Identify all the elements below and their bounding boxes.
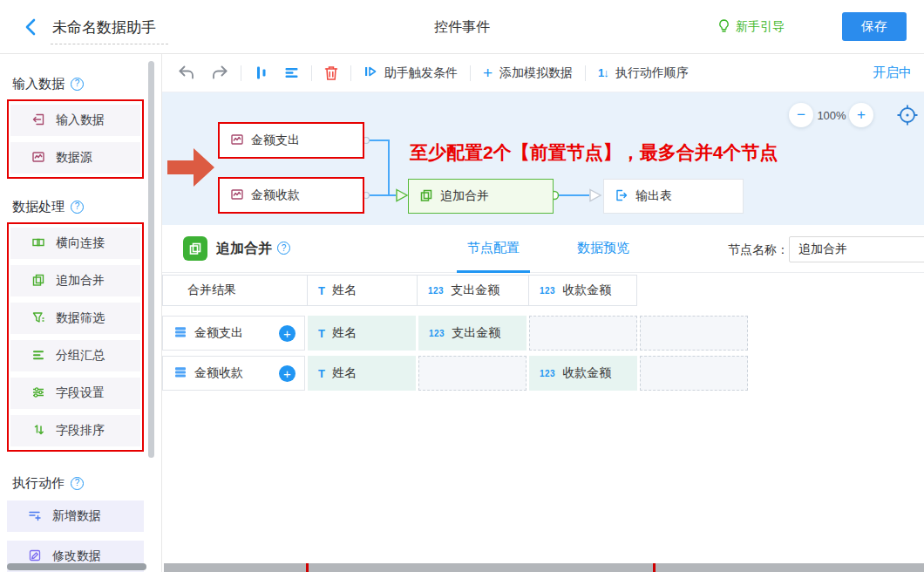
- section-header-input-data: 输入数据 ?: [0, 75, 161, 92]
- datasource-chart-icon: [230, 133, 244, 149]
- table-row-expense: 金额支出 + T 姓名 123 支出金额: [162, 316, 924, 351]
- row-source-label: 金额支出: [194, 325, 243, 341]
- red-annotation-mark: [653, 563, 656, 572]
- flow-node-append-merge[interactable]: 追加合并: [408, 179, 554, 214]
- trigger-condition-label: 助手触发条件: [384, 65, 458, 81]
- sidebar-item-label: 输入数据: [56, 112, 105, 128]
- redo-icon[interactable]: [211, 65, 228, 80]
- row-source-label: 金额收款: [194, 365, 243, 381]
- help-icon[interactable]: ?: [71, 78, 84, 91]
- lightbulb-icon: [717, 18, 730, 36]
- red-annotation-text: 至少配置2个【前置节点】，最多合并4个节点: [410, 140, 778, 165]
- empty-field-cell[interactable]: [640, 356, 748, 391]
- field-sort-icon: [31, 423, 45, 439]
- sidebar-item-datasource[interactable]: 数据源: [10, 142, 140, 174]
- empty-field-cell[interactable]: [640, 316, 748, 351]
- merge-config-table: 合并结果 T 姓名 123 支出金额 123 收款金额 金额支出: [162, 273, 924, 391]
- help-icon[interactable]: ?: [277, 242, 290, 255]
- trash-icon[interactable]: [324, 65, 338, 81]
- column-header-name: T 姓名: [308, 275, 418, 306]
- empty-field-cell[interactable]: [418, 356, 527, 391]
- output-table-icon: [615, 188, 628, 205]
- recenter-crosshair-icon[interactable]: [896, 104, 919, 130]
- red-pointer-arrow: [167, 145, 216, 194]
- help-icon[interactable]: ?: [71, 201, 84, 214]
- field-label: 支出金额: [452, 325, 500, 341]
- column-header-label: 合并结果: [187, 283, 236, 298]
- flow-canvas[interactable]: 金额支出 金额收款 追加合并 输出表 至少配置2个【前置节点】，最多合并4个节点…: [162, 92, 924, 225]
- add-field-button[interactable]: +: [279, 365, 296, 382]
- tab-data-preview[interactable]: 数据预览: [567, 225, 640, 273]
- add-mock-data-label: 添加模拟数据: [499, 65, 573, 81]
- sidebar-item-add-data[interactable]: 新增数据: [7, 500, 144, 532]
- flow-node-income[interactable]: 金额收款: [218, 177, 364, 214]
- red-highlight-box-input: 输入数据 数据源: [7, 99, 144, 179]
- row-source-cell: 金额收款 +: [162, 356, 305, 391]
- sidebar-item-field-sort[interactable]: 字段排序: [10, 415, 140, 446]
- column-header-income-amount: 123 收款金额: [529, 275, 637, 306]
- field-settings-icon: [31, 385, 45, 402]
- zoom-in-button[interactable]: +: [849, 103, 873, 127]
- trigger-condition-button[interactable]: 助手触发条件: [363, 65, 458, 81]
- field-label: 收款金额: [562, 365, 611, 381]
- number-type-icon: 123: [429, 329, 445, 338]
- tab-node-config[interactable]: 节点配置: [457, 225, 530, 273]
- sidebar-vertical-scrollbar[interactable]: [148, 61, 154, 458]
- text-type-icon: T: [318, 284, 325, 297]
- column-header-expense-amount: 123 支出金额: [418, 275, 529, 306]
- status-toggle[interactable]: 开启中: [873, 65, 912, 81]
- import-icon: [31, 112, 45, 129]
- section-title: 输入数据: [12, 76, 65, 92]
- add-data-icon: [28, 508, 42, 525]
- sidebar-item-input-data[interactable]: 输入数据: [10, 105, 140, 136]
- horizontal-align-icon[interactable]: [284, 65, 299, 80]
- mapped-field-cell[interactable]: 123 支出金额: [418, 316, 527, 351]
- main-horizontal-scrollbar[interactable]: [164, 563, 924, 572]
- text-type-icon: T: [318, 327, 325, 340]
- save-button[interactable]: 保存: [842, 12, 907, 41]
- sidebar-item-append-merge[interactable]: 追加合并: [10, 265, 140, 296]
- number-type-icon: 123: [428, 286, 444, 296]
- mapped-field-cell[interactable]: T 姓名: [308, 356, 416, 391]
- column-header-merge-result: 合并结果: [162, 275, 308, 306]
- column-header-label: 姓名: [332, 283, 357, 298]
- action-order-label: 执行动作顺序: [615, 65, 689, 81]
- canvas-toolbar: 助手触发条件 + 添加模拟数据 1↓ 执行动作顺序 开启中: [162, 54, 924, 92]
- undo-icon[interactable]: [178, 65, 195, 80]
- mapped-field-cell[interactable]: 123 收款金额: [529, 356, 637, 391]
- action-order-button[interactable]: 1↓ 执行动作顺序: [598, 65, 689, 81]
- flow-node-label: 金额支出: [251, 133, 300, 148]
- page-title: 控件事件: [0, 18, 924, 37]
- section-title: 执行动作: [12, 475, 65, 492]
- node-config-panel: 追加合并 ? 节点配置 数据预览 节点名称： 合并结果 T 姓名 123 支: [162, 225, 924, 572]
- flow-node-output-table[interactable]: 输出表: [603, 179, 744, 214]
- zoom-out-button[interactable]: −: [789, 103, 813, 127]
- datasource-chart-icon: [230, 187, 244, 204]
- edit-data-icon: [28, 548, 42, 565]
- sidebar-horizontal-scrollbar[interactable]: [7, 563, 146, 570]
- main-area: 助手触发条件 + 添加模拟数据 1↓ 执行动作顺序 开启中: [162, 54, 924, 572]
- sidebar-item-group-summary[interactable]: 分组汇总: [10, 340, 140, 371]
- section-header-data-processing: 数据处理 ?: [0, 198, 161, 215]
- flow-node-expense[interactable]: 金额支出: [218, 122, 364, 159]
- mapped-field-cell[interactable]: T 姓名: [308, 316, 416, 351]
- empty-field-cell[interactable]: [529, 316, 637, 351]
- datasource-chart-icon: [31, 150, 45, 167]
- append-merge-icon: [419, 188, 433, 205]
- flow-node-label: 输出表: [635, 188, 672, 204]
- row-source-cell: 金额支出 +: [162, 316, 305, 351]
- vertical-align-icon[interactable]: [254, 65, 268, 80]
- add-field-button[interactable]: +: [279, 325, 296, 342]
- table-source-icon: [173, 365, 187, 382]
- field-label: 姓名: [332, 325, 357, 341]
- flow-node-label: 追加合并: [440, 188, 489, 204]
- sidebar-item-data-filter[interactable]: 数据筛选: [10, 303, 140, 334]
- sidebar-item-horizontal-join[interactable]: 横向连接: [10, 228, 140, 259]
- node-name-input[interactable]: [789, 236, 924, 262]
- beginner-guide-button[interactable]: 新手引导: [717, 18, 785, 36]
- help-icon[interactable]: ?: [71, 477, 84, 490]
- panel-header: 追加合并 ? 节点配置 数据预览 节点名称：: [162, 225, 924, 273]
- sidebar-item-field-settings[interactable]: 字段设置: [10, 378, 140, 409]
- filter-icon: [31, 310, 45, 327]
- add-mock-data-button[interactable]: + 添加模拟数据: [483, 65, 573, 81]
